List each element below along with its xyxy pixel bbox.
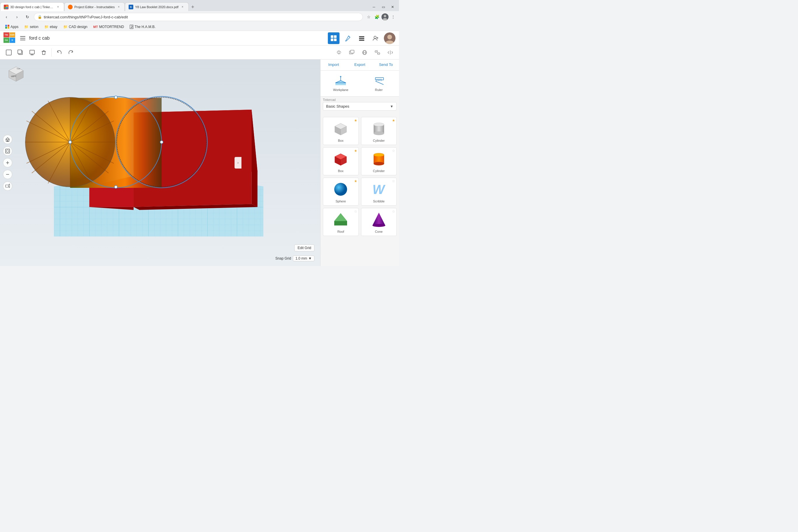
minimize-button[interactable]: ─ [370,3,378,11]
bookmark-cad[interactable]: 📁 CAD design [61,24,90,30]
shape-star-box-red[interactable]: ★ [354,149,357,153]
ruler-label: Ruler [375,88,383,92]
shape-item-cylinder-gray[interactable]: ★ [361,117,397,145]
export-button[interactable]: Export [347,59,373,70]
snap-grid-value-selector[interactable]: 1.0 mm ▼ [293,255,315,261]
workplane-tool[interactable]: Workplane [323,73,359,94]
align-button[interactable] [372,47,383,58]
orthographic-button[interactable] [346,47,357,58]
profile-photo[interactable] [384,32,396,44]
shape-item-sphere-blue[interactable]: ★ [323,178,359,206]
bookmark-ebay[interactable]: 📁 ebay [42,24,60,30]
address-bar[interactable]: 🔒 tinkercad.com/things/ItNPTvPowcJ-ford-… [34,13,363,21]
viewport[interactable]: LEFT TOP [0,59,320,266]
svg-rect-23 [18,50,22,54]
light-button[interactable] [334,47,344,58]
tab-instructables[interactable]: Project Editor - Instructables × [64,2,125,11]
hamburger-button[interactable] [19,34,27,42]
shape-star-cylinder-gray[interactable]: ★ [392,118,395,122]
import-button[interactable]: Import [321,59,347,70]
svg-rect-10 [331,35,334,38]
svg-rect-8 [20,38,25,38]
shape-preview-roof-green [332,211,349,228]
shape-preview-scribble: W [370,180,387,198]
category-dropdown[interactable]: Basic Shapes ▼ [323,102,397,111]
shape-star-cone-purple[interactable]: ☆ [392,209,395,213]
tab-title-pdf: Y8 Law Booklet 2020.docx.pdf [135,5,178,9]
browser-actions: ☆ 🧩 ⋮ [365,14,397,20]
extensions-button[interactable]: 🧩 [373,14,380,20]
shapes-grid: ★ Box ★ [323,117,397,236]
category-dropdown-arrow: ▼ [390,104,394,109]
close-button[interactable]: ✕ [388,3,397,11]
layers-button[interactable] [356,32,367,44]
panel-expand-chevron[interactable]: › [234,157,242,169]
redo-button[interactable] [65,47,76,58]
reload-button[interactable]: ↻ [23,13,32,21]
undo-button[interactable] [54,47,64,58]
shape-item-scribble[interactable]: ☆ W Scribble [361,178,397,206]
category-name: Basic Shapes [326,104,390,109]
svg-marker-81 [334,213,347,221]
forward-button[interactable]: › [13,13,21,21]
logo-cell-i: KER [10,32,16,38]
shape-item-box-red[interactable]: ★ Box [323,147,359,175]
app-header: TIN KER CA D ford c cab [0,31,399,45]
duplicate-button[interactable] [15,47,26,58]
bookmark-hamb[interactable]: J The H.A.M.B. [128,24,158,30]
maximize-button[interactable]: ▭ [379,3,387,11]
shape-item-cylinder-orange[interactable]: ☆ [361,147,397,175]
tab-tinkercad[interactable]: 3D design ford c cab | Tinkercad × [0,2,64,11]
star-button[interactable]: ☆ [365,14,372,20]
ruler-tool[interactable]: Ruler [361,73,397,94]
snap-grid-label: Snap Grid [276,256,291,261]
right-panel-header: Import Export Send To [321,59,399,71]
mirror-button[interactable] [385,47,396,58]
shape-item-cone-purple[interactable]: ☆ [361,208,397,236]
shape-star-cylinder-orange[interactable]: ☆ [392,149,395,153]
bookmark-motortrend-label: MOTORTREND [99,25,124,29]
shape-star-box-gray[interactable]: ★ [354,118,357,122]
tab-pdf[interactable]: K Y8 Law Booklet 2020.docx.pdf × [125,2,189,11]
bookmark-cad-label: CAD design [69,25,88,29]
shape-preview-sphere-blue [332,180,349,198]
add-user-button[interactable] [370,32,381,44]
svg-rect-31 [375,51,377,52]
tab-bar: 3D design ford c cab | Tinkercad × Proje… [0,0,399,11]
snap-grid-dropdown-arrow: ▼ [308,256,312,261]
delete-button[interactable] [38,47,49,58]
shape-label-box-gray: Box [338,139,344,142]
tab-close-tinkercad[interactable]: × [56,5,60,10]
perspective-button[interactable] [359,47,370,58]
shape-star-scribble[interactable]: ☆ [392,179,395,183]
shape-star-roof-green[interactable]: ☆ [354,209,357,213]
profile-avatar[interactable] [381,14,388,20]
svg-marker-56 [340,76,342,77]
bookmark-apps[interactable]: Apps [3,24,21,30]
stamp-button[interactable] [27,47,37,58]
app-container: TIN KER CA D ford c cab [0,31,399,266]
bookmark-motortrend-icon: MT [93,25,98,28]
edit-mode-button[interactable] [342,32,354,44]
new-shape-button[interactable] [3,47,14,58]
menu-button[interactable]: ⋮ [390,14,397,20]
svg-rect-0 [4,5,6,7]
bookmark-folder-icon-ebay: 📁 [44,25,49,29]
shape-item-box-gray[interactable]: ★ Box [323,117,359,145]
shape-label-sphere-blue: Sphere [336,200,346,203]
bookmark-motortrend[interactable]: MT MOTORTREND [91,24,126,30]
tab-close-instructables[interactable]: × [116,5,121,10]
shape-item-roof-green[interactable]: ☆ Roof [323,208,359,236]
svg-rect-9 [20,40,25,40]
tinkercad-logo[interactable]: TIN KER CA D [3,32,16,44]
shape-star-sphere-blue[interactable]: ★ [354,179,357,183]
gallery-view-button[interactable] [328,32,340,44]
new-tab-button[interactable]: + [189,3,197,11]
edit-grid-button[interactable]: Edit Grid [294,244,315,251]
send-to-button[interactable]: Send To [373,59,399,70]
svg-point-70 [374,132,384,135]
bookmark-seton[interactable]: 📁 seton [22,24,40,30]
svg-point-69 [374,123,384,126]
back-button[interactable]: ‹ [2,13,11,21]
tab-close-pdf[interactable]: × [180,5,185,10]
